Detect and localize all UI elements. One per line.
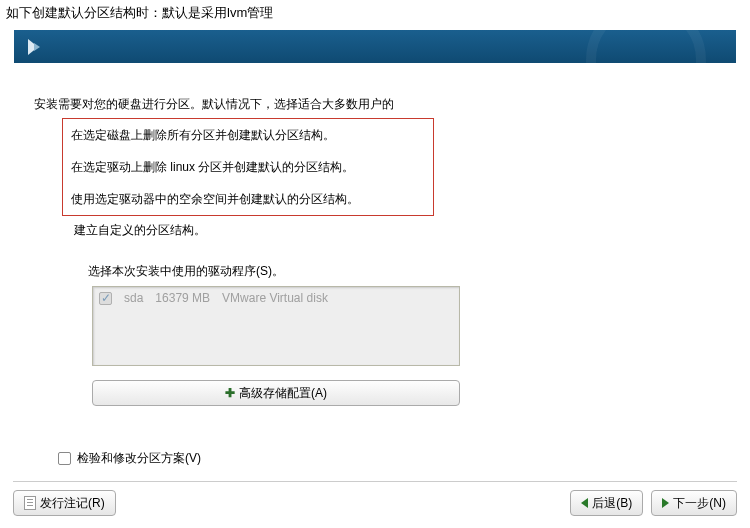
arrow-right-icon — [662, 498, 669, 508]
release-notes-button[interactable]: 发行注记(R) — [13, 490, 116, 516]
review-checkbox[interactable] — [58, 452, 71, 465]
drive-desc: VMware Virtual disk — [222, 291, 328, 305]
option-custom-layout[interactable]: 建立自定义的分区结构。 — [74, 216, 722, 251]
drive-name: sda — [124, 291, 143, 305]
option-remove-all[interactable]: 在选定磁盘上删除所有分区并创建默认分区结构。 — [63, 119, 433, 151]
back-label: 后退(B) — [592, 495, 632, 512]
notes-icon — [24, 496, 36, 510]
drive-checkbox-icon[interactable] — [99, 292, 112, 305]
back-button[interactable]: 后退(B) — [570, 490, 643, 516]
advanced-storage-button[interactable]: ✚ 高级存储配置(A) — [92, 380, 460, 406]
main-content: 安装需要对您的硬盘进行分区。默认情况下，选择适合大多数用户的 分区方案。您可以选… — [0, 63, 750, 477]
page-caption: 如下创建默认分区结构时：默认是采用lvm管理 — [0, 0, 750, 26]
banner-decoration — [586, 30, 706, 63]
header-banner — [14, 30, 736, 63]
intro-text: 安装需要对您的硬盘进行分区。默认情况下，选择适合大多数用户的 分区方案。您可以选… — [34, 95, 722, 116]
drive-size: 16379 MB — [155, 291, 210, 305]
review-partition-row[interactable]: 检验和修改分区方案(V) — [58, 450, 722, 467]
partition-options-highlight: 在选定磁盘上删除所有分区并创建默认分区结构。 在选定驱动上删除 linux 分区… — [62, 118, 434, 216]
bottom-toolbar: 发行注记(R) 后退(B) 下一步(N) — [13, 481, 737, 516]
arrow-left-icon — [581, 498, 588, 508]
banner-arrow-icon-small — [34, 43, 40, 51]
next-label: 下一步(N) — [673, 495, 726, 512]
advanced-storage-label: 高级存储配置(A) — [239, 385, 327, 402]
review-label: 检验和修改分区方案(V) — [77, 450, 201, 467]
option-use-free-space[interactable]: 使用选定驱动器中的空余空间并创建默认的分区结构。 — [63, 183, 433, 215]
drive-select-label: 选择本次安装中使用的驱动程序(S)。 — [88, 251, 722, 286]
drive-list[interactable]: sda 16379 MB VMware Virtual disk — [92, 286, 460, 366]
next-button[interactable]: 下一步(N) — [651, 490, 737, 516]
release-notes-label: 发行注记(R) — [40, 495, 105, 512]
intro-line-1: 安装需要对您的硬盘进行分区。默认情况下，选择适合大多数用户的 — [34, 95, 722, 114]
drive-row-sda[interactable]: sda 16379 MB VMware Virtual disk — [99, 291, 453, 305]
option-remove-linux[interactable]: 在选定驱动上删除 linux 分区并创建默认的分区结构。 — [63, 151, 433, 183]
plus-icon: ✚ — [225, 386, 235, 400]
